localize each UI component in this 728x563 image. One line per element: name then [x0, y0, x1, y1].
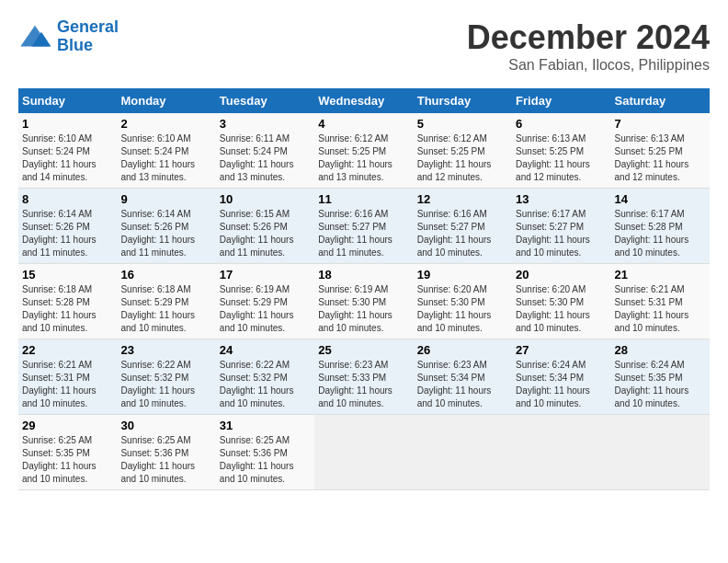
day-number: 28	[615, 343, 706, 357]
day-number: 27	[516, 343, 607, 357]
calendar-cell: 1Sunrise: 6:10 AM Sunset: 5:24 PM Daylig…	[18, 113, 117, 189]
day-info: Sunrise: 6:22 AM Sunset: 5:32 PM Dayligh…	[220, 359, 311, 410]
header-tuesday: Tuesday	[216, 88, 314, 113]
day-number: 4	[318, 117, 409, 131]
calendar-cell	[314, 415, 413, 490]
day-number: 6	[516, 117, 607, 131]
calendar-cell: 6Sunrise: 6:13 AM Sunset: 5:25 PM Daylig…	[512, 113, 610, 189]
day-number: 30	[120, 419, 211, 432]
header-saturday: Saturday	[611, 88, 710, 113]
calendar-cell: 24Sunrise: 6:22 AM Sunset: 5:32 PM Dayli…	[216, 339, 314, 415]
calendar-cell: 16Sunrise: 6:18 AM Sunset: 5:29 PM Dayli…	[117, 264, 215, 339]
header-thursday: Thursday	[414, 88, 512, 113]
day-info: Sunrise: 6:17 AM Sunset: 5:27 PM Dayligh…	[516, 208, 607, 259]
day-info: Sunrise: 6:25 AM Sunset: 5:36 PM Dayligh…	[120, 434, 211, 486]
calendar-cell: 8Sunrise: 6:14 AM Sunset: 5:26 PM Daylig…	[18, 189, 117, 264]
calendar-cell: 9Sunrise: 6:14 AM Sunset: 5:26 PM Daylig…	[117, 189, 215, 264]
week-row-4: 29Sunrise: 6:25 AM Sunset: 5:35 PM Dayli…	[18, 415, 710, 490]
calendar-cell: 5Sunrise: 6:12 AM Sunset: 5:25 PM Daylig…	[414, 113, 512, 189]
day-info: Sunrise: 6:23 AM Sunset: 5:33 PM Dayligh…	[318, 359, 409, 410]
calendar-cell: 30Sunrise: 6:25 AM Sunset: 5:36 PM Dayli…	[117, 415, 215, 490]
day-info: Sunrise: 6:11 AM Sunset: 5:24 PM Dayligh…	[220, 132, 311, 184]
day-info: Sunrise: 6:13 AM Sunset: 5:25 PM Dayligh…	[516, 132, 607, 184]
calendar-cell: 18Sunrise: 6:19 AM Sunset: 5:30 PM Dayli…	[314, 264, 413, 339]
header-sunday: Sunday	[18, 88, 117, 113]
day-number: 16	[120, 268, 211, 282]
logo-icon	[18, 24, 51, 50]
calendar-cell: 25Sunrise: 6:23 AM Sunset: 5:33 PM Dayli…	[314, 339, 413, 415]
day-info: Sunrise: 6:24 AM Sunset: 5:34 PM Dayligh…	[516, 359, 607, 410]
day-info: Sunrise: 6:25 AM Sunset: 5:36 PM Dayligh…	[220, 434, 311, 486]
day-info: Sunrise: 6:13 AM Sunset: 5:25 PM Dayligh…	[615, 132, 706, 184]
day-number: 17	[220, 268, 311, 282]
day-info: Sunrise: 6:24 AM Sunset: 5:35 PM Dayligh…	[615, 359, 706, 410]
day-number: 20	[516, 268, 607, 282]
week-row-3: 22Sunrise: 6:21 AM Sunset: 5:31 PM Dayli…	[18, 339, 710, 415]
calendar-cell: 10Sunrise: 6:15 AM Sunset: 5:26 PM Dayli…	[216, 189, 314, 264]
day-number: 8	[22, 192, 113, 206]
day-info: Sunrise: 6:16 AM Sunset: 5:27 PM Dayligh…	[318, 208, 409, 259]
calendar-cell: 17Sunrise: 6:19 AM Sunset: 5:29 PM Dayli…	[216, 264, 314, 339]
day-number: 12	[417, 192, 508, 206]
day-info: Sunrise: 6:21 AM Sunset: 5:31 PM Dayligh…	[22, 359, 113, 410]
logo: General Blue	[18, 18, 119, 55]
day-info: Sunrise: 6:19 AM Sunset: 5:29 PM Dayligh…	[220, 283, 311, 335]
day-info: Sunrise: 6:10 AM Sunset: 5:24 PM Dayligh…	[22, 132, 113, 184]
day-number: 11	[318, 192, 409, 206]
day-info: Sunrise: 6:23 AM Sunset: 5:34 PM Dayligh…	[417, 359, 508, 410]
calendar-cell: 3Sunrise: 6:11 AM Sunset: 5:24 PM Daylig…	[216, 113, 314, 189]
day-number: 18	[318, 268, 409, 282]
day-info: Sunrise: 6:12 AM Sunset: 5:25 PM Dayligh…	[417, 132, 508, 184]
day-number: 10	[220, 192, 311, 206]
day-number: 29	[22, 419, 113, 432]
day-number: 22	[22, 343, 113, 357]
calendar-cell: 15Sunrise: 6:18 AM Sunset: 5:28 PM Dayli…	[18, 264, 117, 339]
calendar-cell: 22Sunrise: 6:21 AM Sunset: 5:31 PM Dayli…	[18, 339, 117, 415]
calendar-cell: 26Sunrise: 6:23 AM Sunset: 5:34 PM Dayli…	[414, 339, 512, 415]
day-info: Sunrise: 6:22 AM Sunset: 5:32 PM Dayligh…	[120, 359, 211, 410]
week-row-2: 15Sunrise: 6:18 AM Sunset: 5:28 PM Dayli…	[18, 264, 710, 339]
header-row: SundayMondayTuesdayWednesdayThursdayFrid…	[18, 88, 710, 113]
calendar-cell: 7Sunrise: 6:13 AM Sunset: 5:25 PM Daylig…	[611, 113, 710, 189]
day-info: Sunrise: 6:10 AM Sunset: 5:24 PM Dayligh…	[120, 132, 211, 184]
week-row-1: 8Sunrise: 6:14 AM Sunset: 5:26 PM Daylig…	[18, 189, 710, 264]
title-area: December 2024 San Fabian, Ilocos, Philip…	[467, 18, 710, 74]
calendar-cell	[512, 415, 610, 490]
logo-text: General Blue	[57, 18, 119, 55]
calendar-cell: 29Sunrise: 6:25 AM Sunset: 5:35 PM Dayli…	[18, 415, 117, 490]
day-number: 23	[120, 343, 211, 357]
calendar-cell: 23Sunrise: 6:22 AM Sunset: 5:32 PM Dayli…	[117, 339, 215, 415]
day-number: 2	[120, 117, 211, 131]
calendar-cell: 12Sunrise: 6:16 AM Sunset: 5:27 PM Dayli…	[414, 189, 512, 264]
day-info: Sunrise: 6:12 AM Sunset: 5:25 PM Dayligh…	[318, 132, 409, 184]
day-number: 25	[318, 343, 409, 357]
header-friday: Friday	[512, 88, 610, 113]
day-info: Sunrise: 6:20 AM Sunset: 5:30 PM Dayligh…	[516, 283, 607, 335]
day-number: 1	[22, 117, 113, 131]
day-number: 21	[615, 268, 706, 282]
page-header: General Blue December 2024 San Fabian, I…	[18, 18, 710, 74]
calendar-cell: 21Sunrise: 6:21 AM Sunset: 5:31 PM Dayli…	[611, 264, 710, 339]
calendar-cell: 13Sunrise: 6:17 AM Sunset: 5:27 PM Dayli…	[512, 189, 610, 264]
day-number: 9	[120, 192, 211, 206]
day-number: 24	[220, 343, 311, 357]
calendar-cell: 11Sunrise: 6:16 AM Sunset: 5:27 PM Dayli…	[314, 189, 413, 264]
calendar-cell: 28Sunrise: 6:24 AM Sunset: 5:35 PM Dayli…	[611, 339, 710, 415]
calendar-cell	[414, 415, 512, 490]
day-info: Sunrise: 6:18 AM Sunset: 5:29 PM Dayligh…	[120, 283, 211, 335]
day-info: Sunrise: 6:15 AM Sunset: 5:26 PM Dayligh…	[220, 208, 311, 259]
header-wednesday: Wednesday	[314, 88, 413, 113]
calendar-cell: 4Sunrise: 6:12 AM Sunset: 5:25 PM Daylig…	[314, 113, 413, 189]
day-info: Sunrise: 6:20 AM Sunset: 5:30 PM Dayligh…	[417, 283, 508, 335]
day-info: Sunrise: 6:16 AM Sunset: 5:27 PM Dayligh…	[417, 208, 508, 259]
calendar-cell: 19Sunrise: 6:20 AM Sunset: 5:30 PM Dayli…	[414, 264, 512, 339]
calendar-table: SundayMondayTuesdayWednesdayThursdayFrid…	[18, 88, 710, 490]
calendar-cell: 31Sunrise: 6:25 AM Sunset: 5:36 PM Dayli…	[216, 415, 314, 490]
day-number: 3	[220, 117, 311, 131]
day-number: 14	[615, 192, 706, 206]
day-info: Sunrise: 6:14 AM Sunset: 5:26 PM Dayligh…	[22, 208, 113, 259]
calendar-cell: 2Sunrise: 6:10 AM Sunset: 5:24 PM Daylig…	[117, 113, 215, 189]
calendar-cell: 14Sunrise: 6:17 AM Sunset: 5:28 PM Dayli…	[611, 189, 710, 264]
day-info: Sunrise: 6:19 AM Sunset: 5:30 PM Dayligh…	[318, 283, 409, 335]
day-number: 26	[417, 343, 508, 357]
